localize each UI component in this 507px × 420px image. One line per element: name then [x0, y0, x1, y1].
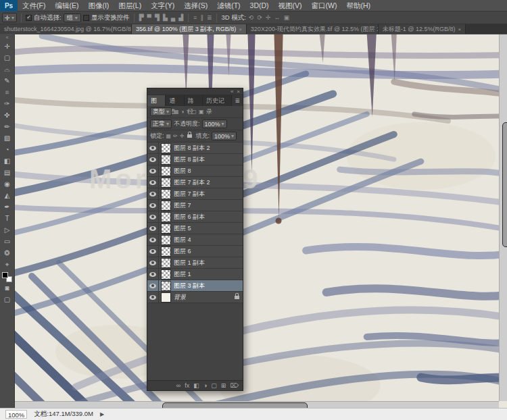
rectangular-marquee-tool[interactable]: ▢	[0, 52, 15, 63]
quick-selection-tool[interactable]: ✎	[0, 75, 15, 86]
layer-row[interactable]: 图层 1 副本	[147, 257, 243, 269]
layer-row-background[interactable]: 背景	[147, 292, 243, 303]
document-tab-320x200[interactable]: 320X200-现代简约真实效果.tif @ 12.5% (图层 13, RGB…	[247, 24, 379, 34]
blur-tool[interactable]: ◉	[0, 178, 15, 190]
filter-smart-objects-icon[interactable]: ▣	[199, 109, 204, 115]
align-top-edges-icon[interactable]: ▙	[162, 12, 168, 24]
layer-thumbnail[interactable]	[161, 201, 171, 211]
layer-thumbnail[interactable]	[161, 292, 171, 303]
3d-roll-icon[interactable]: ⟳	[256, 12, 263, 24]
3d-drag-icon[interactable]: ✛	[265, 12, 272, 24]
menu-3d[interactable]: 3D(D)	[245, 0, 274, 11]
3d-slide-icon[interactable]: ↔	[274, 12, 281, 24]
color-swatches[interactable]	[2, 272, 12, 282]
layer-thumbnail[interactable]	[161, 166, 171, 176]
visibility-eye-icon[interactable]	[147, 269, 159, 280]
visibility-eye-icon[interactable]	[147, 223, 159, 234]
history-brush-tool[interactable]: ◔	[0, 144, 15, 155]
visibility-eye-icon[interactable]	[147, 234, 159, 246]
visibility-eye-icon[interactable]	[147, 142, 159, 154]
move-tool[interactable]: ✛	[0, 41, 15, 52]
layer-row[interactable]: 图层 7	[147, 200, 243, 211]
3d-rotate-icon[interactable]: ⟲	[248, 12, 255, 24]
layer-thumbnail[interactable]	[161, 224, 171, 234]
layer-thumbnail[interactable]	[161, 155, 171, 165]
close-icon[interactable]: ×	[458, 26, 462, 32]
foreground-color-swatch[interactable]	[2, 272, 8, 278]
tab-history[interactable]: 历史记录	[203, 95, 233, 106]
filter-adjustment-layers-icon[interactable]: ◑	[181, 109, 185, 115]
type-tool[interactable]: T	[0, 213, 15, 224]
auto-select-target-dropdown[interactable]: 组 ▾	[64, 14, 81, 22]
tool-preset-picker[interactable]: ✛ ▾	[2, 13, 17, 22]
gradient-tool[interactable]: ▤	[0, 167, 15, 178]
visibility-eye-icon[interactable]	[147, 177, 159, 188]
layer-thumbnail[interactable]	[161, 143, 171, 153]
visibility-eye-icon[interactable]	[147, 200, 159, 211]
layer-group-icon[interactable]: ▢	[211, 382, 217, 389]
align-right-edges-icon[interactable]: ▜	[154, 12, 160, 24]
crop-tool[interactable]: ⌗	[0, 86, 15, 98]
dodge-tool[interactable]: ◭	[0, 190, 15, 201]
scrollbar-thumb[interactable]	[502, 122, 507, 247]
layer-row[interactable]: 图层 6 副本	[147, 211, 243, 223]
filter-kind-dropdown[interactable]: 类型 ▾	[150, 107, 172, 116]
tab-channels[interactable]: 通道	[166, 95, 184, 106]
menu-select[interactable]: 选择(S)	[179, 0, 212, 11]
clone-stamp-tool[interactable]: ▧	[0, 132, 15, 144]
visibility-eye-icon[interactable]	[147, 154, 159, 165]
zoom-tool[interactable]: ⌖	[0, 259, 15, 270]
path-selection-tool[interactable]: ▷	[0, 224, 15, 236]
horizontal-scrollbar[interactable]	[15, 401, 499, 408]
layer-thumbnail[interactable]	[161, 246, 171, 257]
layer-row[interactable]: 图层 5	[147, 223, 243, 234]
layer-row[interactable]: 图层 4	[147, 234, 243, 246]
layer-thumbnail[interactable]	[161, 189, 171, 199]
lock-all-icon[interactable]	[187, 134, 192, 138]
distribute-centers-icon[interactable]: ∥	[199, 12, 204, 24]
filter-pixel-layers-icon[interactable]: ▦	[174, 109, 179, 115]
filter-type-layers-icon[interactable]: T	[186, 109, 189, 115]
menu-window[interactable]: 窗口(W)	[307, 0, 342, 11]
rectangle-tool[interactable]: ▭	[0, 236, 15, 247]
layer-row[interactable]: 图层 1	[147, 269, 243, 280]
layer-thumbnail[interactable]	[161, 269, 171, 280]
menu-type[interactable]: 文字(Y)	[146, 0, 179, 11]
filter-shape-layers-icon[interactable]: ▢	[191, 109, 197, 115]
visibility-eye-icon[interactable]	[147, 292, 159, 303]
close-icon[interactable]: ×	[237, 88, 240, 95]
3d-scale-icon[interactable]: ▣	[283, 12, 291, 24]
panel-title-strip[interactable]: « ×	[147, 88, 243, 95]
collapse-panel-icon[interactable]: «	[231, 88, 233, 95]
close-icon[interactable]: ×	[239, 26, 242, 32]
align-bottom-edges-icon[interactable]: ▟	[178, 12, 184, 24]
lock-position-icon[interactable]: ✛	[180, 133, 185, 139]
document-tab-356-active[interactable]: 356.tif @ 100% (图层 3 副本, RGB/8) ×	[132, 24, 247, 34]
delete-layer-icon[interactable]: ⌦	[230, 382, 239, 389]
hand-tool[interactable]: ❂	[0, 247, 15, 259]
menu-file[interactable]: 文件(F)	[18, 0, 50, 11]
menu-edit[interactable]: 编辑(E)	[50, 0, 83, 11]
eyedropper-tool[interactable]: ✑	[0, 98, 15, 109]
tab-layers[interactable]: 图层	[147, 95, 166, 106]
zoom-level-field[interactable]: 100%	[5, 410, 27, 419]
canvas[interactable]: More No. 9 « × 图层 通道 路径 历史记录 ≣ 类型 ▾	[15, 34, 507, 408]
quick-mask-mode-button[interactable]: ◙	[0, 282, 15, 294]
panel-menu-icon[interactable]: ≣	[232, 95, 243, 106]
screen-mode-button[interactable]: ▢	[0, 294, 15, 305]
tab-paths[interactable]: 路径	[185, 95, 203, 106]
adjustment-layer-icon[interactable]: ◑	[203, 382, 207, 389]
status-options-arrow-icon[interactable]: ▶	[100, 411, 104, 417]
layer-thumbnail[interactable]	[161, 258, 171, 268]
menu-help[interactable]: 帮助(H)	[342, 0, 376, 11]
visibility-eye-icon[interactable]	[147, 165, 159, 177]
document-tab-untitled[interactable]: 未标题-1 @ 12.5%(RGB/8) ×	[379, 24, 466, 34]
menu-filter[interactable]: 滤镜(T)	[212, 0, 245, 11]
distribute-top-icon[interactable]: ≡	[193, 12, 197, 24]
blend-mode-dropdown[interactable]: 正常 ▾	[150, 120, 172, 128]
show-transform-checkbox[interactable]	[83, 15, 89, 21]
visibility-eye-icon[interactable]	[147, 280, 159, 292]
layer-thumbnail[interactable]	[161, 212, 171, 222]
lasso-tool[interactable]: ⌓	[0, 63, 15, 75]
layer-effects-icon[interactable]: fx	[185, 382, 189, 389]
